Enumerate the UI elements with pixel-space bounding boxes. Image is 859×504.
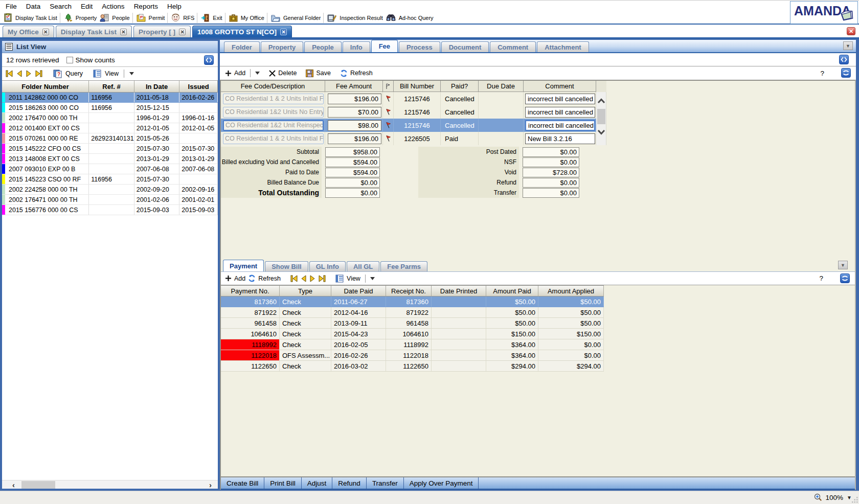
window-tab-display-task-list[interactable]: Display Task List✕ [56, 26, 132, 37]
fee-description-input[interactable]: CO Residential 1 & 2 Units Initial Fe [223, 94, 324, 104]
payment-tab-fee-parms[interactable]: Fee Parms [380, 261, 427, 271]
action-button-transfer[interactable]: Transfer [367, 477, 404, 489]
window-tab-1008-grotto-st-n-co-[interactable]: 1008 GROTTO ST N[CO]✕ [192, 26, 292, 37]
toolbar-button-permit[interactable]: PPermit [135, 12, 167, 24]
menu-actions[interactable]: Actions [97, 1, 129, 12]
tab-close-icon[interactable]: ✕ [120, 29, 127, 35]
toolbar-button-general-folder[interactable]: General Folder [269, 12, 322, 24]
toolbar-button-property[interactable]: Property [62, 12, 99, 24]
payment-column-5[interactable]: Amount Paid [486, 286, 538, 296]
action-button-print-bill[interactable]: Print Bill [264, 477, 302, 489]
payment-column-2[interactable]: Date Paid [331, 286, 386, 296]
next-record-button[interactable] [26, 70, 32, 77]
action-button-adjust[interactable]: Adjust [302, 477, 333, 489]
fee-help-button[interactable]: ? [820, 70, 824, 77]
folder-list-column-2[interactable]: In Date [134, 81, 180, 92]
fee-comment-input[interactable]: New Bill 3.2.16 [525, 133, 595, 144]
payment-row[interactable]: 1064610Check2015-04-231064610$150.00$150… [221, 329, 604, 339]
fee-description-input[interactable]: CO Residential 1&2 Units No Entry [223, 107, 324, 118]
fee-row[interactable]: CO Residential 1&2 Units No Entry$70.001… [221, 105, 606, 119]
query-icon[interactable]: ? [53, 70, 62, 78]
action-button-create-bill[interactable]: Create Bill [221, 477, 264, 489]
fee-add-button[interactable]: Add [234, 70, 245, 77]
payment-refresh-icon[interactable] [248, 274, 256, 282]
fee-vertical-scrollbar[interactable] [596, 92, 606, 145]
folder-list-column-0[interactable]: Folder Number [2, 81, 89, 92]
menu-reports[interactable]: Reports [129, 1, 163, 12]
scroll-left-icon[interactable]: ‹ [12, 480, 15, 489]
view-icon[interactable] [93, 70, 102, 78]
payment-refresh-button[interactable]: Refresh [258, 275, 281, 282]
folder-tab-property[interactable]: Property [261, 41, 303, 52]
folder-list-row[interactable]: 2002 224258 000 00 TH2002-09-202002-09-1… [2, 185, 218, 195]
payment-row[interactable]: 1122650Check2016-03-021122650$294.00$294… [221, 361, 604, 372]
resize-grip[interactable] [851, 496, 858, 503]
fee-save-button[interactable]: Save [316, 70, 331, 77]
fee-flag-icon[interactable] [385, 135, 392, 142]
menu-file[interactable]: File [1, 1, 21, 12]
add-icon[interactable] [225, 70, 232, 77]
payment-row[interactable]: 871922Check2012-04-16871922$50.00$50.00 [221, 307, 604, 318]
payment-view-button[interactable]: View [347, 275, 360, 282]
payment-column-1[interactable]: Type [280, 286, 331, 296]
zoom-icon[interactable] [814, 493, 822, 501]
fee-column-1[interactable]: Fee Amount [325, 81, 383, 92]
scroll-down-icon[interactable] [597, 129, 605, 135]
toolbar-button-rfs[interactable]: RFS [170, 12, 196, 24]
payment-tab-show-bill[interactable]: Show Bill [265, 261, 308, 271]
folder-list-column-1[interactable]: Ref. # [89, 81, 134, 92]
payment-row[interactable]: 1122018OFS Assessm...2016-02-261122018$3… [221, 350, 604, 361]
window-tab-property-[interactable]: Property [ ]✕ [133, 26, 191, 37]
tab-close-icon[interactable]: ✕ [179, 29, 186, 35]
menu-search[interactable]: Search [45, 1, 76, 12]
payment-tab-gl-info[interactable]: GL Info [309, 261, 346, 271]
fee-amount-input[interactable]: $196.00 [328, 133, 381, 144]
fee-description-input[interactable]: CO Residential 1 & 2 Units Initial Fe [223, 133, 324, 144]
folder-tab-folder[interactable]: Folder [224, 41, 260, 52]
payment-row[interactable]: 961458Check2013-09-11961458$50.00$50.00 [221, 318, 604, 329]
folder-list-row[interactable]: 2015 145223 CSO 00 RF1169562015-07-30 [2, 174, 218, 185]
fee-comment-input[interactable]: incorrect bill cancelled [525, 120, 595, 131]
payment-add-icon[interactable] [225, 275, 232, 282]
toolbar-button-ad-hoc-query[interactable]: Ad-hoc Query [385, 12, 435, 24]
fee-description-input[interactable]: CO Residential 1&2 Unit Reinspect [223, 120, 324, 131]
payment-row[interactable]: 1118992Check2016-02-051118992$364.00$0.0… [221, 339, 604, 350]
tab-close-icon[interactable]: ✕ [42, 29, 49, 35]
window-tab-my-office[interactable]: My Office✕ [3, 26, 54, 37]
expand-detail-button[interactable] [839, 55, 849, 64]
folder-tab-document[interactable]: Document [441, 41, 489, 52]
payment-column-0[interactable]: Payment No. [221, 286, 280, 296]
folder-tab-fee[interactable]: Fee [371, 40, 398, 52]
tab-close-icon[interactable]: ✕ [280, 29, 287, 35]
fee-column-2[interactable] [383, 81, 394, 92]
payment-tab-dropdown[interactable]: ▼ [838, 261, 848, 269]
payment-next-button[interactable] [309, 275, 315, 282]
last-record-button[interactable] [35, 70, 43, 77]
query-button[interactable]: Query [65, 70, 83, 77]
payment-view-icon[interactable] [335, 274, 344, 283]
fee-row[interactable]: CO Residential 1 & 2 Units Initial Fe$19… [221, 132, 606, 145]
save-icon[interactable] [306, 70, 313, 77]
scroll-up-icon[interactable] [597, 98, 605, 104]
expand-panel-button[interactable] [204, 55, 214, 65]
folder-list-row[interactable]: 2012 001400 EXT 00 CS2012-01-052012-01-0… [2, 123, 218, 133]
toolbar-button-my-office[interactable]: My Office [228, 12, 266, 24]
toolbar-button-inspection-result[interactable]: Inspection Result [326, 12, 384, 24]
toolbar-button-display-task-list[interactable]: Display Task List [2, 12, 59, 24]
folder-tab-comment[interactable]: Comment [490, 41, 536, 52]
menu-help[interactable]: Help [163, 1, 186, 12]
action-button-refund[interactable]: Refund [332, 477, 367, 489]
payment-row[interactable]: 817360Check2011-06-27817360$50.00$50.00 [221, 296, 604, 307]
payment-last-button[interactable] [318, 275, 326, 282]
fee-column-5[interactable]: Due Date [479, 81, 524, 92]
payment-column-3[interactable]: Receipt No. [386, 286, 432, 296]
fee-amount-input[interactable]: $70.00 [328, 107, 381, 118]
payment-previous-button[interactable] [301, 275, 307, 282]
toolbar-button-exit[interactable]: Exit [199, 12, 223, 24]
folder-list-row[interactable]: 2002 176470 000 00 TH1996-01-291996-01-1… [2, 113, 218, 123]
folder-list-row[interactable]: 2002 176471 000 00 TH2001-02-062001-02-0… [2, 195, 218, 205]
menu-edit[interactable]: Edit [76, 1, 97, 12]
fee-amount-input[interactable]: $98.00 [328, 120, 381, 131]
fee-comment-input[interactable]: incorrect bill cancelled [525, 107, 595, 118]
folder-list-row[interactable]: 2015 186263 000 00 CO1169562015-12-15 [2, 103, 218, 113]
